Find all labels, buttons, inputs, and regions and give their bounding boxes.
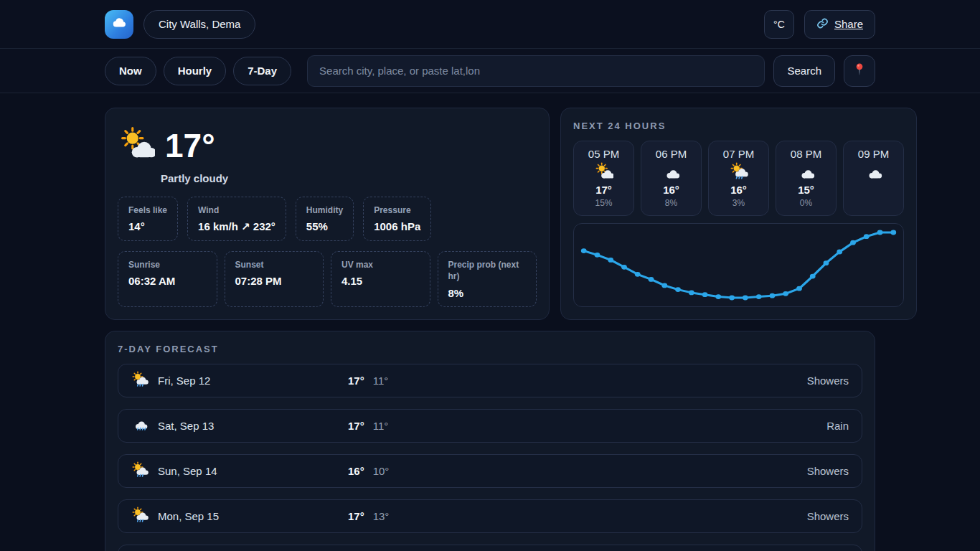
location-label: City Walls, Dema [159,18,240,30]
day-low-temp: 13° [373,510,390,522]
stat-label: Humidity [306,204,343,216]
day-high-temp: 16° [348,465,364,477]
day-row-clipped [118,545,862,551]
stat-value: 07:28 PM [235,275,314,287]
day-row-mon-sep-15[interactable]: Mon, Sep 1517°13°Showers [118,499,862,533]
day-label: Sat, Sep 13 [158,420,214,432]
day-label: Fri, Sep 12 [158,375,210,387]
sun-cloud-rain-icon [131,507,149,527]
nav-bar: NowHourly7-Day Search [0,49,980,93]
day-condition: Showers [807,375,849,387]
stat-label: UV max [341,259,420,270]
day-label: Sun, Sep 14 [158,465,217,477]
day-high-temp: 17° [348,375,364,387]
sun-cloud-rain-icon [713,162,764,184]
stat-value: 14° [128,220,167,232]
day-condition: Showers [807,510,849,522]
hour-card-06-pm: 06 PM16°8% [641,141,702,216]
stat-feels-like: Feels like14° [118,197,178,241]
cloud-icon [848,162,899,184]
stat-value: 55% [306,220,343,232]
day-high-temp: 17° [348,420,364,432]
hourly-strip: 05 PM17°15%06 PM16°8%07 PM16°3%08 PM15°0… [573,141,904,216]
stat-label: Sunrise [128,259,207,270]
current-stats-row-2: Sunrise06:32 AMSunset07:28 PMUV max4.15P… [118,251,537,306]
sun-cloud-icon [578,162,629,184]
stat-sunrise: Sunrise06:32 AM [118,251,217,306]
hour-card-09-pm: 09 PM [843,141,904,216]
stat-label: Pressure [374,204,420,216]
stat-value: 4.15 [341,275,420,287]
day-high-temp: 17° [348,510,364,522]
hour-time: 08 PM [781,148,831,160]
day-row-sun-sep-14[interactable]: Sun, Sep 1416°10°Showers [118,454,862,488]
day-row-sat-sep-13[interactable]: Sat, Sep 1317°11°Rain [118,409,862,443]
current-weather-card: 17° Partly cloudy Feels like14°Wind16 km… [105,108,550,320]
day-label: Mon, Sep 15 [158,510,219,522]
cloud-icon [781,162,831,184]
stat-label: Feels like [128,204,167,216]
hour-temp: 15° [781,184,831,196]
hour-time: 05 PM [578,148,629,160]
hour-precip: 15% [578,198,629,208]
cloud-logo-icon [111,15,127,34]
current-condition: Partly cloudy [161,172,537,184]
hour-precip: 0% [781,198,831,208]
day-condition: Rain [826,420,849,432]
cloud-rain-icon [131,416,149,436]
stat-humidity: Humidity55% [296,197,354,241]
current-temperature: 17° [165,129,215,162]
hour-card-07-pm: 07 PM16°3% [708,141,769,216]
hour-card-05-pm: 05 PM17°15% [573,141,634,216]
day-row-fri-sep-12[interactable]: Fri, Sep 1217°11°Showers [118,364,862,397]
day-low-temp: 11° [373,420,389,432]
stat-wind: Wind16 km/h ↗ 232° [187,197,286,241]
sun-cloud-rain-icon [131,371,149,391]
cloud-icon [646,162,697,184]
hour-time: 07 PM [713,148,764,160]
tab-hourly[interactable]: Hourly [164,57,227,85]
stat-pressure: Pressure1006 hPa [363,197,431,241]
stat-label: Sunset [235,259,314,270]
app-logo[interactable] [105,10,133,39]
link-icon [816,17,829,32]
stat-uv-max: UV max4.15 [331,251,430,306]
partly-cloudy-icon [119,126,155,165]
seven-day-title: 7-DAY FORECAST [118,344,862,354]
hour-time: 06 PM [646,148,697,160]
sun-cloud-rain-icon [131,461,149,481]
stat-value: 8% [448,287,527,299]
stat-label: Precip prob (next hr) [448,259,527,282]
day-low-temp: 11° [373,375,389,387]
seven-day-card: 7-DAY FORECAST Fri, Sep 1217°11°ShowersS… [105,331,875,551]
share-label: Share [834,18,863,30]
current-stats-row-1: Feels like14°Wind16 km/h ↗ 232°Humidity5… [118,197,537,241]
stat-value: 06:32 AM [128,275,207,287]
search-button[interactable]: Search [773,55,835,87]
locate-pin-button[interactable] [844,55,875,87]
view-tabs: NowHourly7-Day [105,57,291,85]
next-24-hours-card: NEXT 24 HOURS 05 PM17°15%06 PM16°8%07 PM… [560,108,917,320]
top-bar: City Walls, Dema °C Share [0,0,980,49]
search-input[interactable] [307,55,765,87]
next-24-title: NEXT 24 HOURS [573,121,904,131]
location-chip: City Walls, Dema [143,10,255,39]
hour-time: 09 PM [848,148,899,160]
tab-7-day[interactable]: 7-Day [233,57,291,85]
temperature-chart [573,223,904,307]
round-pushpin-icon [852,62,867,79]
seven-day-list: Fri, Sep 1217°11°ShowersSat, Sep 1317°11… [118,364,862,551]
stat-precip-prob-next-hr: Precip prob (next hr)8% [438,251,537,306]
hour-temp: 16° [713,184,764,196]
hour-temp: 16° [646,184,697,196]
hour-precip: 8% [646,198,697,208]
stat-value: 1006 hPa [374,220,420,232]
main-content: 17° Partly cloudy Feels like14°Wind16 km… [105,93,875,551]
day-condition: Showers [807,465,849,477]
share-button[interactable]: Share [804,10,875,39]
tab-now[interactable]: Now [105,57,156,85]
hour-precip: 3% [713,198,764,208]
stat-value: 16 km/h ↗ 232° [198,220,275,233]
unit-toggle-button[interactable]: °C [764,10,794,39]
day-low-temp: 10° [373,465,390,477]
